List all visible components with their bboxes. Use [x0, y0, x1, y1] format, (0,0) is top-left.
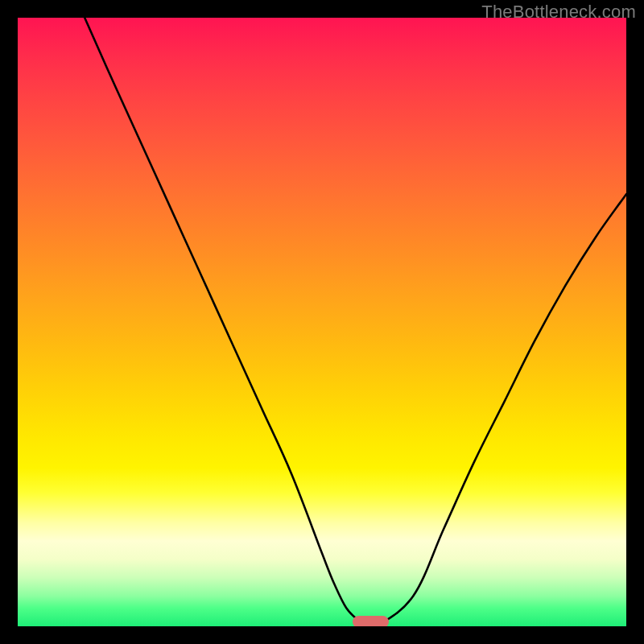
plot-area — [18, 18, 626, 626]
curve-path — [85, 18, 626, 626]
chart-frame: TheBottleneck.com — [0, 0, 644, 644]
watermark-text: TheBottleneck.com — [481, 2, 636, 23]
optimal-range-marker — [353, 616, 389, 626]
bottleneck-curve — [18, 18, 626, 626]
